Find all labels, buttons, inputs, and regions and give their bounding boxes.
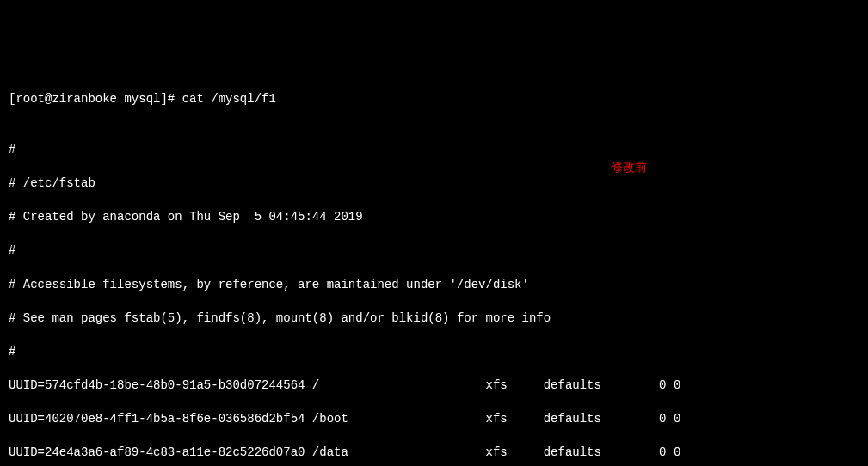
cat-comment: # <box>9 344 859 361</box>
fstab-row: UUID=574cfd4b-18be-48b0-91a5-b30d0724456… <box>9 377 859 395</box>
fstab-row: UUID=24e4a3a6-af89-4c83-a11e-82c5226d07a… <box>9 445 859 462</box>
annotation-before-edit: 修改前 <box>611 160 647 177</box>
fstab-row: UUID=402070e8-4ff1-4b5a-8f6e-036586d2bf5… <box>9 411 859 428</box>
cat-comment: # Accessible filesystems, by reference, … <box>9 277 859 294</box>
cat-comment: # See man pages fstab(5), findfs(8), mou… <box>9 310 859 328</box>
cat-comment: # /etc/fstab <box>9 175 859 193</box>
terminal-output: [root@ziranboke mysql]# cat /mysql/f1 # … <box>9 74 859 466</box>
cat-comment: # Created by anaconda on Thu Sep 5 04:45… <box>9 209 859 226</box>
cat-comment: # <box>9 242 859 260</box>
shell-prompt-cat: [root@ziranboke mysql]# cat /mysql/f1 <box>9 91 859 108</box>
cat-comment: # <box>9 142 859 159</box>
